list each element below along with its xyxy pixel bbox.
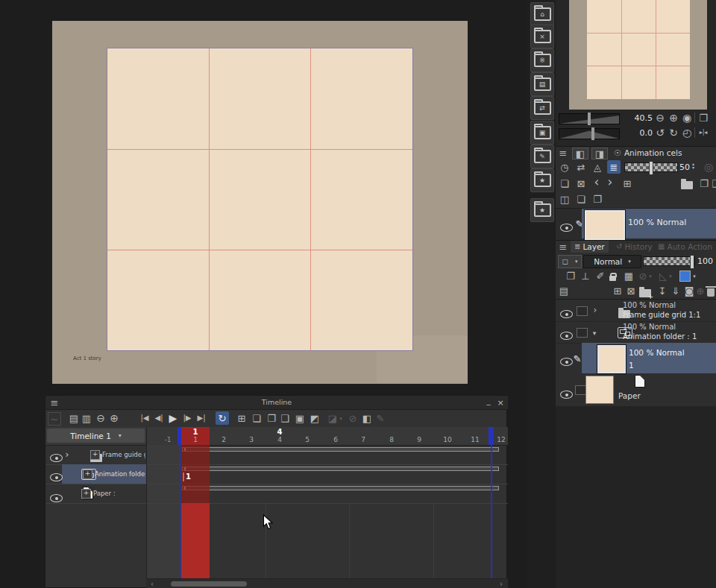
cel-lock-button[interactable]: ⊠: [574, 177, 588, 190]
reference-layer-icon[interactable]: ⊥: [580, 270, 591, 282]
play-button[interactable]: ▶: [166, 411, 180, 425]
tab-layer[interactable]: ≣ Layer: [571, 241, 609, 253]
navigator-zoom-slider[interactable]: [559, 113, 620, 124]
clip-duration-bar[interactable]: [182, 467, 499, 471]
loop-playback-button[interactable]: ↻: [216, 411, 229, 425]
select-cel-button[interactable]: ◩: [309, 412, 321, 424]
flip-horizontal-button[interactable]: ▸|◂: [697, 127, 710, 139]
layer-color-button[interactable]: [679, 271, 691, 282]
next-frame-button[interactable]: |▶: [180, 412, 194, 424]
clip-at-layer-icon[interactable]: ❐: [565, 270, 577, 282]
dock-material-star2-button[interactable]: ★: [530, 198, 554, 222]
zoom-out-button[interactable]: ⊖: [654, 112, 666, 124]
onion-timer-icon[interactable]: ◷: [558, 160, 571, 174]
cel-marker-1[interactable]: 1: [183, 472, 191, 481]
layer-row-frame-guide[interactable]: › 100 % Normal Frame guide grid 1:1: [556, 300, 716, 322]
timeline-list-button[interactable]: ▤: [68, 412, 80, 424]
layer-opacity-slider[interactable]: [643, 256, 695, 266]
spinner-down-icon[interactable]: ▾: [692, 165, 694, 169]
dock-material-pattern-button[interactable]: ※: [530, 48, 554, 72]
layer-list-view-icon[interactable]: ▤: [558, 285, 570, 297]
draft-layer-icon[interactable]: ✐: [594, 270, 606, 282]
dock-material-star-button[interactable]: ★: [530, 168, 554, 192]
onion-layers-button[interactable]: ≣: [607, 160, 621, 174]
rotate-reset-button[interactable]: ◴: [681, 127, 693, 139]
playback-end-marker[interactable]: [489, 427, 494, 445]
animation-cels-menu-icon[interactable]: ≡: [558, 148, 568, 157]
track-visibility-eye-icon[interactable]: [50, 473, 63, 481]
track-visibility-eye-icon[interactable]: [50, 454, 63, 462]
visibility-eye-icon[interactable]: [560, 310, 573, 318]
layer-checkbox[interactable]: [577, 328, 588, 338]
onion-range-icon[interactable]: ◬: [591, 160, 604, 174]
close-icon[interactable]: ×: [496, 398, 505, 407]
rotate-slider-handle[interactable]: [591, 127, 594, 140]
prev-cel-button[interactable]: ◧: [572, 148, 588, 159]
batch-specify-cel-button[interactable]: ▣: [294, 412, 306, 424]
cel-visibility-eye-icon[interactable]: [560, 224, 573, 232]
next-cel-button[interactable]: ◨: [591, 148, 608, 159]
cel-edit2-button[interactable]: ❏: [574, 192, 588, 206]
zoom-slider-handle[interactable]: [588, 113, 591, 125]
track-visibility-eye-icon[interactable]: [50, 494, 63, 502]
light-table-button[interactable]: ◧: [361, 412, 373, 424]
layer-row-paper[interactable]: Paper: [556, 373, 716, 405]
tab-history[interactable]: ↺ History: [613, 241, 656, 253]
create-mask-button[interactable]: ◙: [683, 285, 695, 297]
track-frame-guide-grid[interactable]: › + Frame guide grid: [45, 445, 508, 465]
expander-right-icon[interactable]: ›: [591, 305, 599, 315]
dock-material-home-button[interactable]: ⌂: [530, 2, 554, 26]
lock-alpha-icon[interactable]: ▦: [623, 270, 635, 282]
selected-cel-row[interactable]: 100 % Normal: [582, 209, 716, 238]
expander-down-icon[interactable]: ▾: [591, 328, 598, 338]
visibility-eye-icon[interactable]: [560, 391, 573, 399]
cel-settings-button[interactable]: ❐: [697, 177, 711, 190]
open-folder-button[interactable]: [681, 178, 693, 192]
cel-edit3-button[interactable]: ❐: [591, 192, 604, 206]
navigator-rotate-slider[interactable]: [559, 128, 620, 139]
paper-thumbnail[interactable]: [585, 376, 614, 404]
blend-mode-dropdown[interactable]: Normal ▾: [583, 255, 641, 268]
clip-duration-bar[interactable]: [182, 486, 499, 490]
merge-down-button[interactable]: ⇓: [670, 285, 682, 297]
expand-track-button[interactable]: +: [90, 450, 100, 460]
scroll-left-icon[interactable]: ‹: [148, 580, 156, 588]
layer-checkbox[interactable]: [575, 385, 586, 395]
new-raster-layer-button[interactable]: ⊞: [612, 285, 624, 297]
tab-auto-action[interactable]: ▦ Auto Action: [655, 241, 715, 253]
cel-chain-button[interactable]: ❑: [279, 412, 291, 424]
cel-opacity-handle[interactable]: [649, 161, 653, 175]
scroll-right-icon[interactable]: ›: [497, 580, 505, 588]
layer-opacity-handle[interactable]: [690, 255, 694, 269]
go-to-start-button[interactable]: |◀: [138, 412, 151, 424]
new-vector-layer-button[interactable]: ⊠: [625, 285, 637, 297]
layer-thumbnail[interactable]: [597, 345, 626, 373]
playhead-lower-column[interactable]: [181, 503, 210, 578]
dock-material-edit-button[interactable]: ✎: [530, 145, 554, 168]
expand-track-button[interactable]: +: [81, 489, 91, 499]
chevron-down-icon[interactable]: ▾: [691, 273, 697, 280]
new-animation-cel-button[interactable]: ❏: [251, 412, 263, 424]
previous-frame-button[interactable]: ◀|: [152, 412, 166, 424]
zoom-in-button[interactable]: ⊕: [668, 112, 679, 124]
zoom-out-timeline-button[interactable]: ⊖: [95, 412, 107, 424]
expander-right-icon[interactable]: ›: [63, 449, 71, 460]
visibility-eye-icon[interactable]: [560, 332, 573, 340]
specify-cel-button[interactable]: ❐: [266, 412, 277, 424]
cel-opacity-slider[interactable]: [624, 162, 678, 172]
cel-cut-button[interactable]: ❑: [711, 177, 716, 190]
layer-kind-dropdown[interactable]: ◻ ▾: [558, 255, 582, 268]
rotate-right-button[interactable]: ↻: [668, 127, 679, 139]
timeline-titlebar[interactable]: ≡ Timeline _ ×: [45, 396, 508, 410]
transfer-down-button[interactable]: ↧: [656, 285, 668, 297]
rotate-left-button[interactable]: ↺: [654, 127, 666, 139]
dock-material-close-button[interactable]: ×: [530, 25, 554, 48]
prev-frame-cel-button[interactable]: ‹: [591, 175, 603, 189]
dock-material-list-button[interactable]: ▤: [530, 72, 554, 96]
dock-material-arrows-button[interactable]: ⇄: [530, 96, 554, 120]
layer-menu-icon[interactable]: ≡: [558, 242, 568, 251]
paper-canvas[interactable]: [107, 48, 413, 351]
layer-checkbox[interactable]: [577, 306, 588, 316]
timeline-selector-dropdown[interactable]: Timeline 1 ▾: [47, 429, 145, 443]
expand-track-button[interactable]: +: [83, 470, 92, 479]
